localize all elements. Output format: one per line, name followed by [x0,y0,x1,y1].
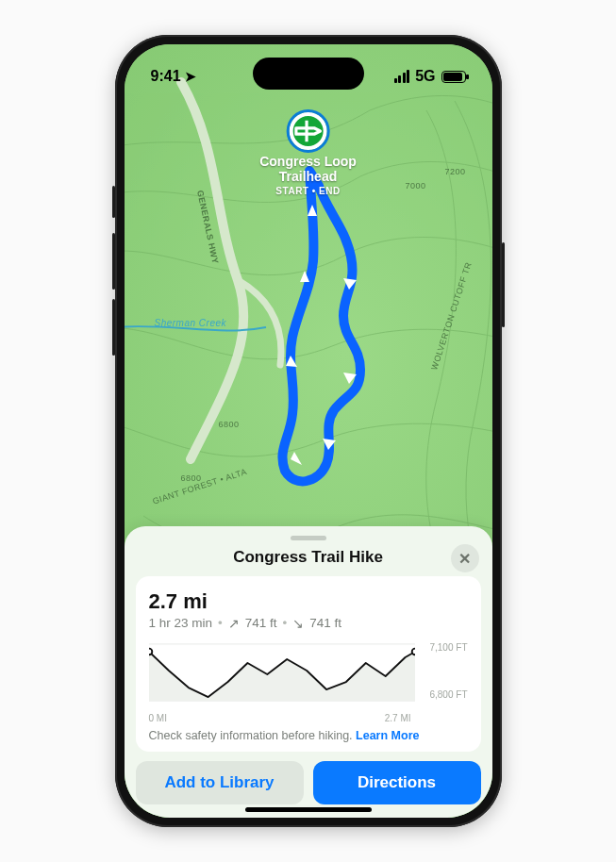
svg-point-10 [411,649,414,655]
safety-text: Check safety information before hiking. [149,729,353,742]
sheet-grabber[interactable] [291,536,326,540]
dynamic-island [253,58,364,90]
screen: 9:41 ➤ 5G [125,44,492,818]
home-indicator[interactable] [245,807,372,812]
side-button [112,186,115,218]
battery-icon [441,71,466,83]
close-icon: ✕ [458,550,471,568]
ascent-icon: ↗ [228,616,240,631]
chart-x-start: 0 MI [149,713,167,723]
directions-button[interactable]: Directions [313,761,481,804]
duration-value: 1 hr 23 min [149,616,213,631]
descent-icon: ↘ [292,616,304,631]
bottom-sheet[interactable]: Congress Trail Hike ✕ 2.7 mi 1 hr 23 min… [125,526,492,818]
pin-title: Congress Loop Trailhead [259,154,357,184]
descent-value: 741 ft [309,616,341,631]
chart-x-end: 2.7 MI [385,713,411,723]
signpost-icon [289,112,326,150]
side-button [502,242,505,327]
close-button[interactable]: ✕ [451,544,479,572]
ascent-value: 741 ft [245,616,277,631]
side-button [112,233,115,290]
sheet-title: Congress Trail Hike [233,548,383,567]
hike-info-card: 2.7 mi 1 hr 23 min • ↗ 741 ft • ↘ 741 ft… [136,576,481,752]
svg-marker-3 [291,452,302,465]
hike-meta: 1 hr 23 min • ↗ 741 ft • ↘ 741 ft [149,616,468,631]
elevation-chart: 7,100 FT 6,800 FT 0 MI 2.7 MI [149,642,468,723]
chart-y-bottom: 6,800 FT [429,689,467,700]
network-label: 5G [415,68,435,85]
chart-y-top: 7,100 FT [429,642,467,653]
map-pin[interactable]: Congress Loop Trailhead START • END [259,112,357,196]
add-to-library-button[interactable]: Add to Library [136,761,304,804]
distance-value: 2.7 mi [149,589,468,614]
side-button [112,299,115,356]
pin-subtitle: START • END [259,186,357,196]
svg-point-9 [149,649,152,655]
location-arrow-icon: ➤ [185,69,196,84]
cellular-signal-icon [394,70,410,83]
status-time: 9:41 [151,68,181,85]
safety-notice: Check safety information before hiking. … [149,729,468,742]
iphone-frame: 9:41 ➤ 5G [115,35,502,827]
learn-more-link[interactable]: Learn More [356,729,419,742]
